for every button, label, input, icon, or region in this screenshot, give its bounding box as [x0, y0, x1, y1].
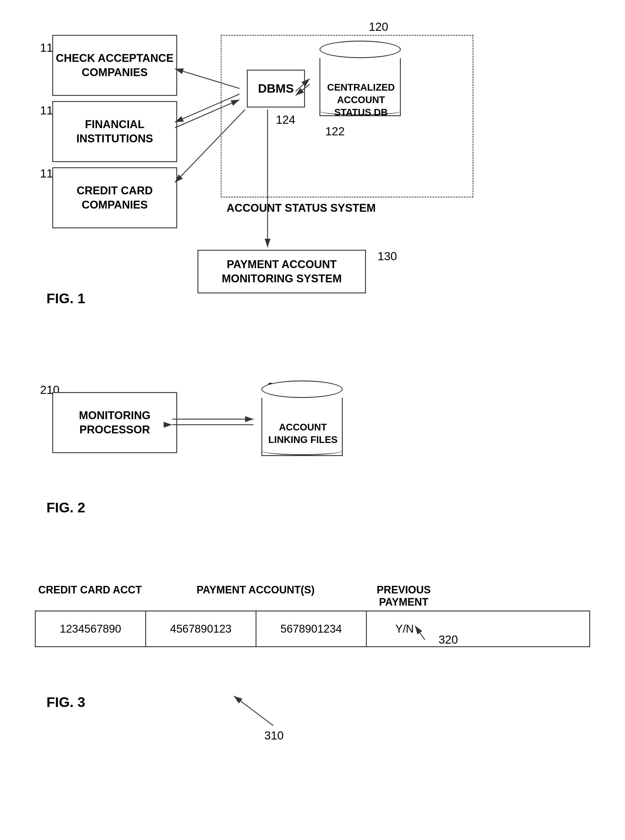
- svg-line-15: [234, 696, 273, 726]
- cylinder2-bottom-cap: [261, 446, 343, 455]
- cell-prev-payment: Y/N: [367, 611, 442, 646]
- left-entity-boxes: CHECK ACCEPTANCE COMPANIES FINANCIAL INS…: [52, 35, 177, 228]
- col-header-payment: PAYMENT ACCOUNT(S): [145, 584, 366, 608]
- account-linking-cylinder: ACCOUNT LINKING FILES: [261, 381, 343, 456]
- fig1-label: FIG. 1: [47, 291, 85, 306]
- fig3-label: FIG. 3: [47, 694, 85, 710]
- cylinder-body: CENTRALIZED ACCOUNT STATUS DB: [319, 58, 401, 116]
- financial-institutions-box: FINANCIAL INSTITUTIONS: [52, 101, 177, 162]
- page: 120 112 114 116 CHECK ACCEPTANCE COMPANI…: [0, 0, 625, 840]
- ref-320: 320: [438, 633, 458, 646]
- monitoring-processor-box: MONITORING PROCESSOR: [52, 392, 177, 453]
- cylinder2-label: ACCOUNT LINKING FILES: [262, 421, 344, 446]
- ref-310: 310: [264, 729, 284, 742]
- pams-box: PAYMENT ACCOUNT MONITORING SYSTEM: [197, 250, 366, 293]
- cylinder-label: CENTRALIZED ACCOUNT STATUS DB: [320, 81, 402, 119]
- credit-card-companies-box: CREDIT CARD COMPANIES: [52, 167, 177, 228]
- ref-130: 130: [378, 250, 397, 263]
- ref-122: 122: [325, 125, 345, 138]
- ref-120: 120: [369, 20, 388, 33]
- check-acceptance-box: CHECK ACCEPTANCE COMPANIES: [52, 35, 177, 96]
- fig1-diagram: 120 112 114 116 CHECK ACCEPTANCE COMPANI…: [23, 17, 602, 322]
- cell-payment-acct-1: 4567890123: [146, 611, 257, 646]
- dbms-box: DBMS: [247, 70, 305, 107]
- db-cylinder: CENTRALIZED ACCOUNT STATUS DB: [319, 40, 401, 116]
- cell-payment-acct-2: 5678901234: [257, 611, 367, 646]
- fig3-diagram: CREDIT CARD ACCT PAYMENT ACCOUNT(S) PREV…: [23, 566, 602, 764]
- cylinder2-body: ACCOUNT LINKING FILES: [261, 398, 343, 456]
- account-status-system-label: ACCOUNT STATUS SYSTEM: [227, 201, 376, 216]
- fig2-diagram: 210 MONITORING PROCESSOR 212 ACCOUNT LIN…: [23, 357, 602, 532]
- table-headers: CREDIT CARD ACCT PAYMENT ACCOUNT(S) PREV…: [35, 584, 590, 608]
- cylinder2-top: [261, 381, 343, 398]
- cylinder-top-ellipse: [319, 40, 401, 58]
- fig3-table-grid: 1234567890 4567890123 5678901234 Y/N: [35, 611, 590, 647]
- col-header-prev-payment: PREVIOUS PAYMENT: [366, 584, 442, 608]
- fig2-label: FIG. 2: [47, 499, 85, 516]
- fig3-table-wrapper: CREDIT CARD ACCT PAYMENT ACCOUNT(S) PREV…: [35, 584, 590, 647]
- ref-124: 124: [276, 113, 295, 126]
- col-header-credit-card: CREDIT CARD ACCT: [35, 584, 145, 608]
- cell-credit-card-acct: 1234567890: [36, 611, 146, 646]
